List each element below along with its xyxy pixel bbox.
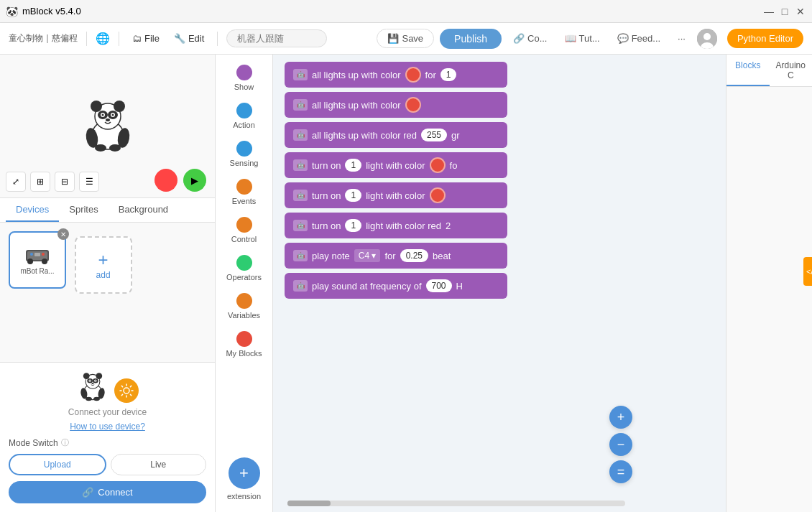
gear-icon xyxy=(114,378,139,403)
add-extension-button[interactable]: + xyxy=(229,457,260,489)
block-text-8b: H xyxy=(456,281,463,292)
preview-controls: ⤢ ⊞ ⊟ ☰ xyxy=(6,172,99,192)
panda-preview xyxy=(79,98,137,155)
zoom-controls: + − = xyxy=(609,406,632,483)
zoom-out-button[interactable]: − xyxy=(609,433,632,456)
feedback-icon: 💬 xyxy=(617,33,629,44)
palette-action[interactable]: Action xyxy=(219,98,269,134)
run-button[interactable]: ▶ xyxy=(183,169,206,192)
block-text-4b: light with color xyxy=(366,160,425,171)
connect-button[interactable]: 🔗 Co... xyxy=(507,30,553,47)
device-card-mbot[interactable]: ✕ mBot Ra... xyxy=(9,231,66,289)
block-input-1[interactable]: 1 xyxy=(440,68,457,81)
zoom-reset-button[interactable]: = xyxy=(609,460,632,483)
upload-button[interactable]: Upload xyxy=(9,454,106,475)
svg-point-6 xyxy=(114,101,125,112)
color-picker-5[interactable] xyxy=(430,187,446,203)
save-button[interactable]: 💾 Save xyxy=(377,29,434,48)
palette-variables[interactable]: Variables xyxy=(219,289,269,324)
svg-point-27 xyxy=(83,373,89,379)
add-device-card[interactable]: + add xyxy=(75,236,132,294)
palette-operators[interactable]: Operators xyxy=(219,251,269,286)
palette-myblocks[interactable]: My Blocks xyxy=(219,327,269,362)
edit-menu[interactable]: 🔧 Edit xyxy=(170,30,208,47)
block-icon-3: 🤖 xyxy=(293,129,308,141)
color-picker-1[interactable] xyxy=(405,67,421,83)
publish-button[interactable]: Publish xyxy=(440,29,502,49)
tab-background[interactable]: Background xyxy=(109,198,178,222)
block-text-6a: turn on xyxy=(312,220,341,231)
block-text-5a: turn on xyxy=(312,190,341,201)
expand-icon[interactable]: ⤢ xyxy=(6,172,26,192)
color-picker-2[interactable] xyxy=(405,97,421,113)
palette-sensing[interactable]: Sensing xyxy=(219,136,269,172)
device-remove-icon[interactable]: ✕ xyxy=(57,228,69,240)
menu-divider-1 xyxy=(86,32,87,46)
block-text-3b: gr xyxy=(451,130,460,141)
tab-devices[interactable]: Devices xyxy=(6,198,59,222)
block-play-note[interactable]: 🤖 play note C4 ▾ for 0.25 beat xyxy=(285,243,507,269)
block-icon-2: 🤖 xyxy=(293,99,308,111)
block-all-lights-color-red[interactable]: 🤖 all lights up with color red 255 gr xyxy=(285,122,507,148)
device-connect-area: Connect your device How to use device? M… xyxy=(0,362,215,512)
block-input-7[interactable]: 0.25 xyxy=(400,249,428,262)
block-play-sound[interactable]: 🤖 play sound at frequency of 700 H xyxy=(285,273,507,299)
tab-blocks[interactable]: Blocks xyxy=(726,55,770,86)
block-text-6b: light with color red xyxy=(366,220,441,231)
more-button[interactable]: ··· xyxy=(672,30,691,47)
code-toggle-button[interactable]: </> xyxy=(803,257,812,286)
file-menu[interactable]: 🗂 File xyxy=(128,30,164,47)
svg-point-11 xyxy=(101,113,103,116)
device-label: mBot Ra... xyxy=(20,267,54,275)
block-input-8[interactable]: 700 xyxy=(426,279,452,292)
block-all-lights-color[interactable]: 🤖 all lights up with color xyxy=(285,92,507,118)
block-input-4[interactable]: 1 xyxy=(345,159,361,172)
connect-button-main[interactable]: 🔗 Connect xyxy=(9,481,206,503)
feedback-button[interactable]: 💬 Feed... xyxy=(612,30,666,47)
block-input-5[interactable]: 1 xyxy=(345,189,361,202)
avatar[interactable] xyxy=(697,29,717,49)
close-button[interactable]: ✕ xyxy=(795,6,806,17)
block-turn-on-light-color-for[interactable]: 🤖 turn on 1 light with color fo xyxy=(285,152,507,178)
tutorial-button[interactable]: 📖 Tut... xyxy=(559,30,606,47)
palette-control[interactable]: Control xyxy=(219,213,269,248)
block-all-lights-color-for[interactable]: 🤖 all lights up with color for 1 xyxy=(285,62,507,88)
operators-dot xyxy=(236,255,252,271)
link-icon: 🔗 xyxy=(82,487,93,498)
svg-point-16 xyxy=(95,144,106,152)
block-text-1b: for xyxy=(425,70,436,80)
python-editor-button[interactable]: Python Editor xyxy=(727,29,803,48)
tab-arduino[interactable]: Arduino C xyxy=(770,55,813,86)
note-dropdown[interactable]: C4 ▾ xyxy=(354,249,381,262)
block-input-6[interactable]: 1 xyxy=(345,219,361,232)
workspace-scrollbar[interactable] xyxy=(287,501,625,506)
palette-events[interactable]: Events xyxy=(219,174,269,210)
block-input-3[interactable]: 255 xyxy=(421,129,447,141)
block-turn-on-light-color[interactable]: 🤖 turn on 1 light with color xyxy=(285,182,507,208)
block-text-6c: 2 xyxy=(446,220,451,231)
zoom-in-button[interactable]: + xyxy=(609,406,632,429)
block-turn-on-light-color-red[interactable]: 🤖 turn on 1 light with color red 2 xyxy=(285,213,507,238)
live-button[interactable]: Live xyxy=(111,454,207,475)
minimize-button[interactable]: — xyxy=(763,6,775,17)
svg-point-24 xyxy=(42,253,45,256)
palette-show[interactable]: Show xyxy=(219,60,269,96)
tab-sprites[interactable]: Sprites xyxy=(59,198,108,222)
color-picker-4[interactable] xyxy=(430,157,446,173)
svg-rect-22 xyxy=(34,253,40,256)
maximize-button[interactable]: □ xyxy=(779,6,790,17)
svg-point-38 xyxy=(86,397,92,401)
variables-dot xyxy=(236,293,252,309)
stop-button[interactable] xyxy=(154,169,177,192)
block-text-1a: all lights up with color xyxy=(312,70,401,80)
how-to-link[interactable]: How to use device? xyxy=(9,422,206,432)
grid-icon[interactable]: ⊟ xyxy=(55,172,75,192)
shrink-icon[interactable]: ⊞ xyxy=(30,172,50,192)
show-dot xyxy=(236,65,252,80)
svg-point-33 xyxy=(89,380,91,381)
search-input[interactable] xyxy=(226,29,327,47)
list-icon[interactable]: ☰ xyxy=(79,172,99,192)
left-panel: ⤢ ⊞ ⊟ ☰ ▶ Devices Sprites Background ✕ xyxy=(0,55,216,512)
block-icon-4: 🤖 xyxy=(293,159,308,171)
scrollbar-thumb[interactable] xyxy=(287,501,331,506)
